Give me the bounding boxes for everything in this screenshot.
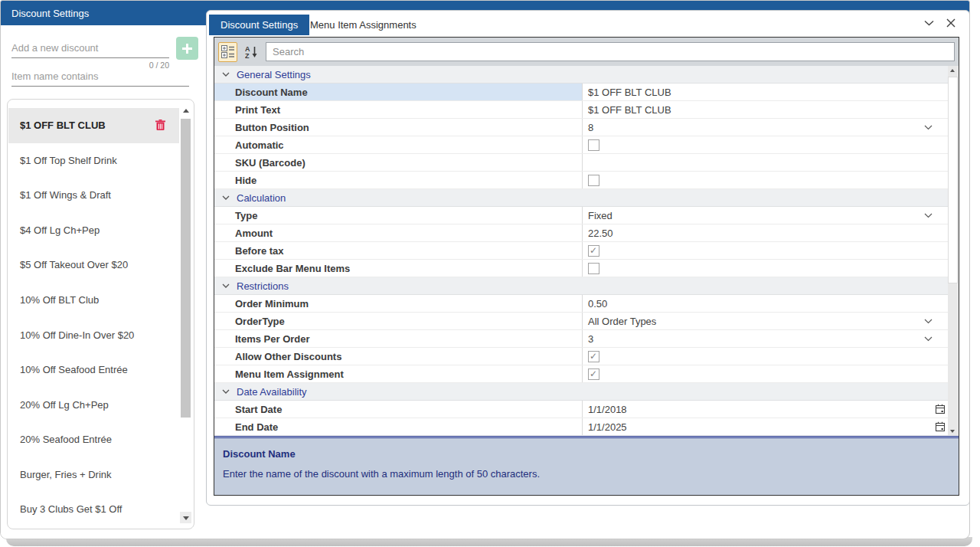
scroll-up-icon[interactable] [950,69,955,72]
property-label[interactable]: OrderType [214,313,582,329]
calendar-icon[interactable] [935,404,946,414]
checkbox-checked[interactable] [588,245,599,257]
property-row-before-tax[interactable]: Before tax [214,242,948,260]
property-value-input[interactable] [582,154,948,171]
list-item[interactable]: $1 Off Top Shelf Drink [8,143,179,179]
property-value-checkbox[interactable] [582,260,948,277]
property-value-checkbox[interactable] [582,348,948,365]
property-label[interactable]: Order Minimum [214,295,582,312]
property-row-discount-name[interactable]: Discount Name $1 OFF BLT CLUB [214,84,948,101]
property-value-input[interactable]: 22.50 [582,224,948,241]
list-item[interactable]: 10% Off Seafood Entrée [8,352,179,388]
property-value-checkbox[interactable] [582,172,948,188]
collapse-chevron-icon[interactable] [222,195,230,200]
dropdown-chevron-icon[interactable] [924,213,933,218]
close-panel-button[interactable] [946,18,956,28]
property-label[interactable]: Allow Other Discounts [214,348,582,365]
list-item[interactable]: $4 Off Lg Ch+Pep [8,213,179,248]
property-label[interactable]: Print Text [214,101,582,118]
collapse-chevron-icon[interactable] [222,72,230,77]
tab-discount-settings[interactable]: Discount Settings [209,15,309,35]
property-row-amount[interactable]: Amount 22.50 [214,224,948,242]
collapse-chevron-icon[interactable] [222,283,230,288]
property-label[interactable]: Start Date [214,401,582,418]
category-general-settings[interactable]: General Settings [214,66,948,84]
property-label[interactable]: Automatic [214,136,582,153]
checkbox-unchecked[interactable] [588,263,599,274]
property-row-print-text[interactable]: Print Text $1 OFF BLT CLUB [214,101,948,119]
property-label[interactable]: Amount [214,224,582,241]
property-value-dropdown[interactable]: Fixed [582,207,948,224]
checkbox-unchecked[interactable] [588,139,599,151]
property-label[interactable]: Hide [214,172,582,188]
property-value-checkbox[interactable] [582,365,948,382]
property-row-sku[interactable]: SKU (Barcode) [214,154,948,172]
list-scrollbar[interactable] [180,105,191,523]
property-row-end-date[interactable]: End Date 1/1/2025 [214,418,948,436]
collapse-chevron-icon[interactable] [222,389,230,394]
delete-discount-icon[interactable] [155,120,165,131]
list-item[interactable]: 20% Seafood Entrée [8,422,179,457]
property-row-automatic[interactable]: Automatic [214,136,948,154]
property-label[interactable]: Exclude Bar Menu Items [214,260,582,277]
list-item-selected[interactable]: $1 OFF BLT CLUB [8,108,179,143]
property-row-exclude-bar[interactable]: Exclude Bar Menu Items [214,260,948,277]
dropdown-chevron-icon[interactable] [924,336,933,342]
property-row-items-per-order[interactable]: Items Per Order 3 [214,330,948,348]
scroll-thumb[interactable] [948,77,958,283]
property-label[interactable]: Items Per Order [214,330,582,347]
property-label[interactable]: Type [214,207,582,224]
checkbox-unchecked[interactable] [588,175,599,186]
list-item[interactable]: Buy 3 Clubs Get $1 Off [8,492,179,527]
calendar-icon[interactable] [935,421,946,432]
property-row-menu-item-assignment[interactable]: Menu Item Assignment [214,365,948,383]
collapse-panel-button[interactable] [924,20,934,26]
property-value-date[interactable]: 1/1/2025 [582,418,948,435]
grid-scrollbar[interactable] [948,66,959,436]
property-value-input[interactable]: 0.50 [582,295,948,312]
list-item[interactable]: $5 Off Takeout Over $20 [8,247,179,283]
category-restrictions[interactable]: Restrictions [214,277,948,295]
checkbox-checked[interactable] [588,351,599,362]
list-item[interactable]: 10% Off BLT Club [8,283,179,318]
add-discount-button[interactable] [176,37,198,60]
list-item[interactable]: 10% Off Dine-In Over $20 [8,317,179,352]
property-label[interactable]: Button Position [214,119,582,136]
category-calculation[interactable]: Calculation [214,189,948,207]
property-value-checkbox[interactable] [582,242,948,259]
property-value-checkbox[interactable] [582,136,948,153]
category-date-availability[interactable]: Date Availability [214,383,948,401]
property-label[interactable]: Before tax [214,242,582,259]
property-row-start-date[interactable]: Start Date 1/1/2018 [214,401,948,418]
property-row-order-minimum[interactable]: Order Minimum 0.50 [214,295,948,313]
property-value-dropdown[interactable]: 8 [582,119,948,136]
property-row-hide[interactable]: Hide [214,172,948,189]
property-label[interactable]: SKU (Barcode) [214,154,582,171]
dropdown-chevron-icon[interactable] [924,319,933,324]
property-row-type[interactable]: Type Fixed [214,207,948,224]
list-item[interactable]: 20% Off Lg Ch+Pep [8,387,179,422]
property-row-button-position[interactable]: Button Position 8 [214,119,948,136]
alphabetical-sort-button[interactable]: A Z [242,42,261,62]
property-row-allow-other-discounts[interactable]: Allow Other Discounts [214,348,948,365]
property-value-date[interactable]: 1/1/2018 [582,401,948,418]
add-discount-input[interactable] [11,38,169,58]
property-value-input[interactable]: $1 OFF BLT CLUB [582,101,948,118]
scroll-up-icon[interactable] [183,109,189,113]
tab-menu-item-assignments[interactable]: Menu Item Assignments [299,15,427,35]
property-value-input[interactable]: $1 OFF BLT CLUB [582,84,948,100]
scroll-thumb[interactable] [181,119,191,418]
property-value-dropdown[interactable]: All Order Types [582,313,948,329]
list-item[interactable]: $1 Off Wings & Draft [8,178,179,213]
property-label[interactable]: End Date [214,418,582,435]
checkbox-checked[interactable] [588,368,599,380]
property-row-order-type[interactable]: OrderType All Order Types [214,313,948,330]
dropdown-chevron-icon[interactable] [924,125,933,130]
property-label[interactable]: Menu Item Assignment [214,365,582,382]
scroll-down-icon[interactable] [950,430,955,433]
search-input[interactable] [266,42,955,61]
property-label[interactable]: Discount Name [214,84,582,100]
categorized-view-button[interactable] [218,42,237,62]
list-item[interactable]: Burger, Fries + Drink [8,457,179,492]
scroll-down-button[interactable] [180,512,191,523]
